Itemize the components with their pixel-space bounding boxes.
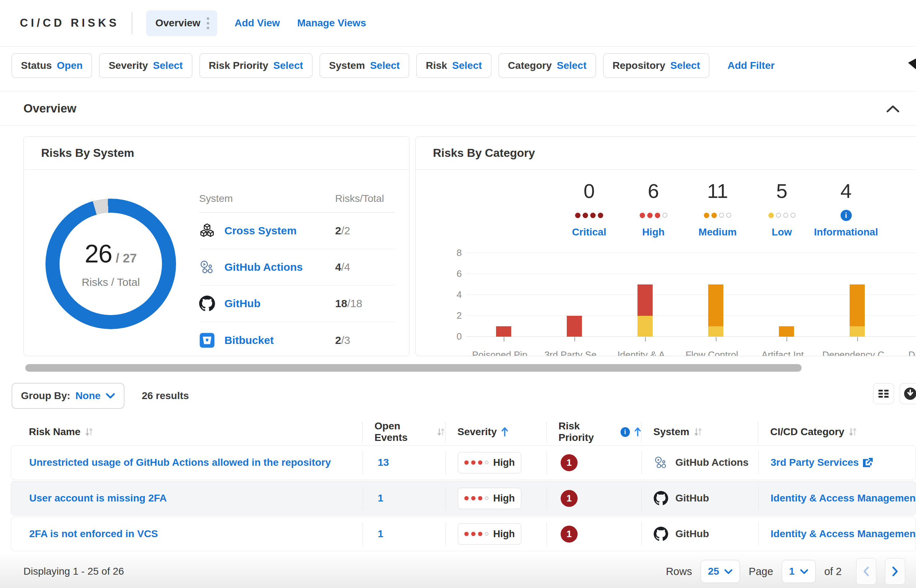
chevron-down-icon xyxy=(724,569,733,574)
risks-by-category-title: Risks By Category xyxy=(433,146,535,160)
risk-priority-cell: 1 xyxy=(547,451,641,474)
filter-value[interactable]: Open xyxy=(57,60,83,71)
open-events-link[interactable]: 1 xyxy=(375,528,384,540)
risk-name-link[interactable]: 2FA is not enforced in VCS xyxy=(29,528,158,540)
filter-chip-system[interactable]: System Select xyxy=(320,53,409,78)
risk-name-cell: Unrestricted usage of GitHub Actions all… xyxy=(11,451,363,474)
system-link[interactable]: Cross System xyxy=(224,225,296,237)
overview-horizontal-scrollbar[interactable] xyxy=(25,364,802,372)
sort-icon[interactable] xyxy=(85,427,94,436)
filter-label: Status xyxy=(21,60,52,71)
severity-pill: High xyxy=(458,523,521,545)
risk-priority-cell: 1 xyxy=(547,487,641,510)
filter-value[interactable]: Select xyxy=(452,60,482,71)
donut-total-value: / 27 xyxy=(116,251,137,265)
severity-link[interactable]: High xyxy=(642,226,665,238)
col-open-events[interactable]: Open Events xyxy=(362,422,445,442)
system-row-github: GitHub 18/18 xyxy=(199,286,395,322)
github-icon xyxy=(654,491,668,506)
severity-dots-icon xyxy=(769,210,796,221)
col-system[interactable]: System xyxy=(641,422,758,442)
sort-icon[interactable] xyxy=(848,427,857,436)
risks-by-system-card: Risks By System 26 / 27 Risks / Total xyxy=(23,136,409,356)
filter-value[interactable]: Select xyxy=(274,60,303,71)
risk-name-cell: User account is missing 2FA xyxy=(11,487,363,510)
filter-chip-risk[interactable]: Risk Select xyxy=(416,53,491,78)
col-risk-name[interactable]: Risk Name xyxy=(11,422,362,442)
severity-link[interactable]: Medium xyxy=(698,226,737,238)
category-link[interactable]: Identity & Access Management xyxy=(770,493,916,504)
add-filter-link[interactable]: Add Filter xyxy=(727,60,775,71)
tab-overview[interactable]: Overview xyxy=(146,10,218,36)
rows-per-page-select[interactable]: 25 xyxy=(701,560,740,583)
filter-chip-severity[interactable]: Severity Select xyxy=(99,53,192,78)
kebab-menu-icon[interactable] xyxy=(207,17,209,29)
bar-segment xyxy=(638,316,653,337)
open-events-cell: 13 xyxy=(363,451,445,474)
system-total: /2 xyxy=(341,225,350,236)
export-download-button[interactable] xyxy=(900,383,916,404)
severity-count: 5 xyxy=(776,179,787,203)
col-risk-priority[interactable]: Risk Priority i xyxy=(546,422,641,442)
filter-value[interactable]: Select xyxy=(670,60,700,71)
donut-risks-value: 26 xyxy=(85,239,112,268)
open-events-link[interactable]: 1 xyxy=(375,493,384,504)
sort-asc-icon[interactable] xyxy=(634,427,641,437)
sort-asc-icon[interactable] xyxy=(501,427,508,437)
severity-summary-medium: 11 Medium xyxy=(685,179,750,238)
sort-icon[interactable] xyxy=(694,427,702,436)
system-link[interactable]: GitHub Actions xyxy=(224,261,303,273)
risk-table: Risk Name Open Events Severity Risk Prio… xyxy=(11,418,916,563)
filter-chip-risk-priority[interactable]: Risk Priority Select xyxy=(199,53,312,78)
risk-name-link[interactable]: User account is missing 2FA xyxy=(29,493,167,504)
bar-segment xyxy=(850,284,865,326)
page-of-label: of 2 xyxy=(824,565,842,578)
filter-chip-repository[interactable]: Repository Select xyxy=(603,53,710,78)
severity-link[interactable]: Informational xyxy=(814,226,878,238)
group-by-dropdown[interactable]: Group By: None xyxy=(11,383,125,409)
table-row[interactable]: 2FA is not enforced in VCS 1 High 1 GitH… xyxy=(11,517,916,551)
add-view-link[interactable]: Add View xyxy=(235,17,280,29)
filter-chip-status[interactable]: Status Open xyxy=(11,53,92,78)
next-page-button[interactable] xyxy=(885,558,905,585)
collapse-section-button[interactable] xyxy=(881,101,905,116)
filter-value[interactable]: Select xyxy=(370,60,400,71)
filter-label: Repository xyxy=(613,60,665,71)
severity-link[interactable]: Low xyxy=(772,226,792,238)
open-events-link[interactable]: 13 xyxy=(375,457,389,468)
filter-label: Category xyxy=(508,60,552,71)
filter-value[interactable]: Select xyxy=(153,60,183,71)
overview-section-title: Overview xyxy=(23,102,76,115)
risk-table-header: Risk Name Open Events Severity Risk Prio… xyxy=(11,418,916,445)
bar-segment xyxy=(779,326,794,337)
system-link[interactable]: Bitbucket xyxy=(224,334,274,346)
filter-chip-category[interactable]: Category Select xyxy=(498,53,596,78)
tab-overview-label: Overview xyxy=(155,17,201,29)
col-cicd-category[interactable]: CI/CD Category xyxy=(758,422,916,442)
severity-pill: High xyxy=(458,452,521,473)
manage-views-link[interactable]: Manage Views xyxy=(297,17,366,29)
github-icon xyxy=(199,296,215,312)
system-link[interactable]: GitHub xyxy=(224,297,261,310)
system-total: /3 xyxy=(341,334,350,346)
overview-section: Overview Risks By System 26 / 27 xyxy=(0,91,916,372)
risk-name-link[interactable]: Unrestricted usage of GitHub Actions all… xyxy=(29,457,331,468)
filter-value[interactable]: Select xyxy=(557,60,587,71)
system-row-cross-system: Cross System 2/2 xyxy=(199,213,395,249)
category-link[interactable]: 3rd Party Services xyxy=(770,457,873,468)
bar-segment xyxy=(496,326,511,337)
info-icon[interactable]: i xyxy=(620,427,630,437)
col-severity[interactable]: Severity xyxy=(445,422,546,442)
system-cell: GitHub Actions xyxy=(641,451,758,474)
table-row[interactable]: Unrestricted usage of GitHub Actions all… xyxy=(11,445,916,480)
category-link[interactable]: Identity & Access Management xyxy=(770,528,916,540)
previous-page-button[interactable] xyxy=(856,558,876,585)
column-settings-button[interactable] xyxy=(873,383,894,404)
sort-icon[interactable] xyxy=(437,427,445,436)
page-select[interactable]: 1 xyxy=(782,560,816,583)
severity-dots-icon xyxy=(704,210,731,221)
risks-by-system-donut: 26 / 27 Risks / Total xyxy=(45,199,176,329)
table-row[interactable]: User account is missing 2FA 1 High 1 Git… xyxy=(11,481,916,515)
severity-link[interactable]: Critical xyxy=(572,226,607,238)
filter-bar: Status Open Severity Select Risk Priorit… xyxy=(0,47,916,78)
